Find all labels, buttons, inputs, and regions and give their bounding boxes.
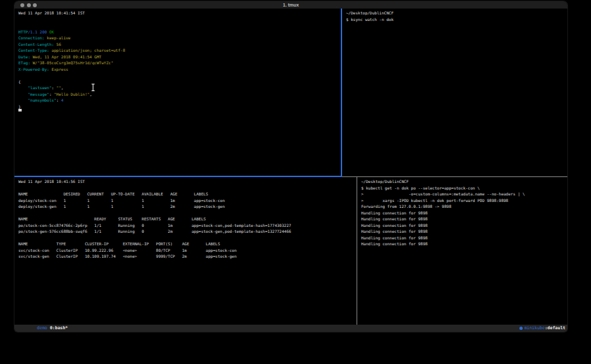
terminal-line bbox=[18, 185, 357, 192]
kube-context: minikube bbox=[524, 325, 544, 331]
terminal-line: deploy/stock-con 1 1 1 1 1m app=stock-co… bbox=[18, 197, 357, 204]
terminal-output: ~/Desktop/DublinCNCF$ kubectl get -n dok… bbox=[357, 177, 567, 247]
terminal-line: Handling connection for 9898 bbox=[361, 216, 567, 222]
terminal-line: Handling connection for 9898 bbox=[361, 235, 567, 241]
terminal-line: Content-Length: 56 bbox=[18, 41, 341, 48]
terminal-line: ~/Desktop/DublinCNCF bbox=[346, 10, 567, 16]
session-name: demo bbox=[37, 325, 50, 331]
window-tab[interactable]: 0:bash* bbox=[50, 325, 68, 331]
terminal-line: "message": "Hello Dublin!", bbox=[18, 91, 341, 98]
terminal-line: $ ksync watch -n dok bbox=[346, 16, 567, 23]
helm-icon bbox=[519, 327, 523, 330]
pane-ksync[interactable]: ~/Desktop/DublinCNCF$ ksync watch -n dok bbox=[342, 9, 567, 176]
status-bar: demo 0:bash* minikube:default bbox=[14, 325, 567, 332]
terminal-line: Handling connection for 9898 bbox=[361, 222, 567, 229]
pane-port-forward[interactable]: ~/Desktop/DublinCNCF$ kubectl get -n dok… bbox=[357, 177, 567, 325]
terminal-line: svc/stock-gen ClusterIP 10.109.197.74 <n… bbox=[18, 253, 357, 260]
terminal-line: po/stock-con-5cc874766c-2p6rp 1/1 Runnin… bbox=[18, 222, 357, 229]
terminal-line: Forwarding from 127.0.0.1:9898 -> 9898 bbox=[361, 203, 567, 210]
terminal-line: $ kubectl get -n dok po --selector=app=s… bbox=[361, 185, 567, 192]
terminal-line: NAME TYPE CLUSTER-IP EXTERNAL-IP PORT(S)… bbox=[18, 241, 357, 247]
terminal-line: Handling connection for 9898 bbox=[361, 210, 567, 216]
terminal-line: po/stock-gen-576cc688bb-swqf6 1/1 Runnin… bbox=[18, 228, 357, 235]
pane-kubectl-resources[interactable]: Wed 11 Apr 2018 10:41:56 ISTNAME DESIRED… bbox=[14, 177, 357, 325]
status-right: minikube:default bbox=[519, 325, 565, 332]
terminal-line: Wed 11 Apr 2018 10:41:56 IST bbox=[18, 178, 357, 185]
terminal-line: Content-Type: application/json; charset=… bbox=[18, 47, 341, 54]
terminal-output: Wed 11 Apr 2018 10:41:56 ISTNAME DESIRED… bbox=[14, 177, 357, 260]
title-bar[interactable]: 1. tmux bbox=[14, 1, 567, 9]
terminal-line bbox=[18, 72, 341, 79]
terminal-line: NAME DESIRED CURRENT UP-TO-DATE AVAILABL… bbox=[18, 191, 357, 197]
terminal-line bbox=[18, 235, 357, 241]
status-left: demo 0:bash* bbox=[16, 317, 68, 339]
terminal-output: Wed 11 Apr 2018 10:41:54 ISTHTTP/1.1 200… bbox=[14, 9, 341, 116]
terminal-line: Connection: keep-alive bbox=[18, 35, 341, 41]
pane-divider-vertical-top[interactable] bbox=[341, 9, 342, 176]
terminal-line bbox=[18, 110, 341, 116]
terminal-line: > xargs -IPOD kubectl -n dok port-forwar… bbox=[361, 197, 567, 204]
terminal-line: deploy/stock-gen 1 1 1 1 2m app=stock-ge… bbox=[18, 203, 357, 210]
terminal-line: { bbox=[18, 79, 341, 85]
terminal-line: Handling connection for 9898 bbox=[361, 228, 567, 235]
terminal-line: Handling connection for 9898 bbox=[361, 241, 567, 247]
terminal-line: "lastseen": "", bbox=[18, 85, 341, 91]
pane-http-response[interactable]: Wed 11 Apr 2018 10:41:54 ISTHTTP/1.1 200… bbox=[14, 9, 341, 176]
kube-namespace: :default bbox=[545, 325, 565, 331]
terminal-window: 1. tmux Wed 11 Apr 2018 10:41:54 ISTHTTP… bbox=[14, 1, 567, 332]
window-title: 1. tmux bbox=[14, 3, 567, 7]
terminal-line bbox=[18, 210, 357, 216]
mouse-ibeam-icon bbox=[91, 82, 96, 94]
terminal-line: NAME READY STATUS RESTARTS AGE LABELS bbox=[18, 216, 357, 222]
terminal-line: svc/stock-con ClusterIP 10.99.222.96 <no… bbox=[18, 247, 357, 254]
terminal-line: ~/Desktop/DublinCNCF bbox=[361, 178, 567, 185]
terminal-line bbox=[18, 22, 341, 29]
terminal-line: Wed 11 Apr 2018 10:41:54 IST bbox=[18, 10, 341, 16]
terminal-line: "numsymbols": 4 bbox=[18, 97, 341, 104]
terminal-line: } bbox=[18, 104, 341, 110]
desktop: 1. tmux Wed 11 Apr 2018 10:41:54 ISTHTTP… bbox=[0, 0, 591, 364]
terminal-line: X-Powered-By: Express bbox=[18, 66, 341, 73]
terminal-output: ~/Desktop/DublinCNCF$ ksync watch -n dok bbox=[342, 9, 567, 22]
terminal-line: Date: Wed, 11 Apr 2018 09:41:54 GMT bbox=[18, 54, 341, 60]
terminal-line: HTTP/1.1 200 OK bbox=[18, 29, 341, 35]
terminal-line bbox=[18, 16, 341, 23]
terminal-line: ETag: W/"38-05coCsrg3mQ75sHr1d/qcWTwYZc" bbox=[18, 60, 341, 66]
terminal-line: > -o=custom-columns=:metadata.name --no-… bbox=[361, 191, 567, 197]
terminal-block-cursor bbox=[18, 109, 22, 111]
